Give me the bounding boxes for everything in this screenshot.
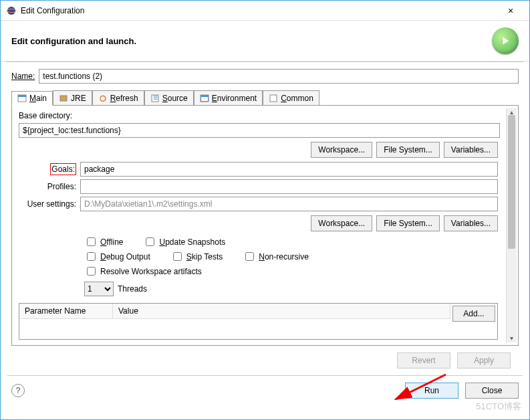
tab-jre[interactable]: JRE (53, 90, 92, 105)
user-settings-input[interactable] (80, 197, 498, 211)
add-button[interactable]: Add... (452, 306, 495, 322)
file-system-button[interactable]: File System... (376, 142, 440, 158)
tab-body-main: ▴ ▾ Base directory: Workspace... File Sy… (11, 106, 519, 346)
scrollbar[interactable]: ▴ ▾ (506, 108, 517, 342)
user-settings-buttons: Workspace... File System... Variables... (19, 215, 498, 231)
tab-source[interactable]: ≡ Source (144, 90, 194, 105)
revert-button: Revert (397, 352, 450, 369)
edit-configuration-dialog: Edit Configuration × Edit configuration … (0, 0, 530, 420)
offline-checkbox[interactable]: Offline (84, 235, 123, 248)
footer-buttons: Revert Apply (1, 346, 529, 373)
base-directory-input[interactable] (19, 123, 500, 138)
table-header-name: Parameter Name (19, 304, 113, 319)
scroll-down-icon[interactable]: ▾ (508, 334, 515, 342)
name-label: Name: (11, 72, 35, 81)
profiles-input[interactable] (80, 179, 498, 194)
help-icon[interactable]: ? (11, 384, 25, 397)
environment-tab-icon (200, 94, 209, 103)
divider (7, 375, 523, 376)
resolve-workspace-checkbox[interactable]: Resolve Workspace artifacts (84, 265, 202, 278)
refresh-tab-icon (98, 94, 108, 103)
table-header-value: Value (113, 304, 450, 319)
name-input[interactable] (39, 69, 519, 84)
svg-text:≡: ≡ (153, 94, 158, 102)
run-icon (492, 27, 519, 54)
svg-point-0 (7, 7, 15, 15)
header-text: Edit configuration and launch. (11, 36, 136, 46)
svg-rect-5 (60, 96, 67, 101)
threads-label: Threads (118, 284, 147, 294)
profiles-label: Profiles: (19, 182, 80, 191)
goals-input[interactable] (80, 162, 498, 177)
name-row: Name: (1, 62, 529, 90)
profiles-row: Profiles: (19, 179, 511, 194)
close-button[interactable]: Close (465, 383, 519, 399)
user-settings-row: User settings: (19, 197, 511, 211)
svg-rect-4 (18, 95, 26, 97)
close-icon[interactable]: × (497, 5, 524, 16)
base-directory-label: Base directory: (19, 111, 511, 120)
svg-rect-10 (201, 97, 208, 101)
table-body[interactable] (19, 319, 450, 339)
common-tab-icon (269, 94, 278, 103)
run-button[interactable]: Run (405, 383, 458, 399)
titlebar: Edit Configuration × (1, 1, 529, 21)
variables-button[interactable]: Variables... (444, 142, 498, 158)
tab-common[interactable]: Common (263, 90, 319, 105)
debug-output-checkbox[interactable]: Debug Output (84, 250, 150, 263)
main-tab-icon (17, 94, 27, 103)
checkbox-group: Offline Update Snapshots Debug Output Sk… (84, 235, 511, 278)
threads-row: 1 Threads (84, 282, 511, 296)
variables-button-2[interactable]: Variables... (444, 215, 498, 231)
tab-environment[interactable]: Environment (194, 90, 263, 105)
file-system-button-2[interactable]: File System... (376, 215, 440, 231)
svg-marker-2 (503, 37, 509, 45)
scroll-thumb[interactable] (508, 115, 515, 249)
tab-refresh[interactable]: Refresh (92, 90, 144, 105)
svg-marker-6 (100, 98, 101, 101)
window-title: Edit Configuration (21, 6, 497, 15)
workspace-button[interactable]: Workspace... (311, 142, 372, 158)
user-settings-label: User settings: (19, 199, 80, 209)
base-dir-buttons: Workspace... File System... Variables... (19, 142, 498, 158)
tabs: Main JRE Refresh ≡ Source Environment Co… (11, 90, 519, 106)
non-recursive-checkbox[interactable]: Non-recursive (243, 250, 309, 263)
bottom-bar: ? Run Close (1, 379, 529, 405)
svg-rect-11 (270, 95, 277, 102)
goals-label: Goals: (19, 163, 80, 175)
goals-row: Goals: (19, 162, 511, 177)
threads-select[interactable]: 1 (84, 282, 114, 296)
eclipse-icon (6, 5, 17, 16)
update-snapshots-checkbox[interactable]: Update Snapshots (143, 235, 225, 248)
skip-tests-checkbox[interactable]: Skip Tests (170, 250, 223, 263)
source-tab-icon: ≡ (150, 94, 160, 103)
workspace-button-2[interactable]: Workspace... (311, 215, 372, 231)
apply-button: Apply (457, 352, 511, 369)
header: Edit configuration and launch. (1, 21, 529, 62)
jre-tab-icon (59, 94, 68, 103)
parameters-table: Parameter Name Value Add... (19, 303, 498, 340)
tab-main[interactable]: Main (11, 91, 53, 106)
